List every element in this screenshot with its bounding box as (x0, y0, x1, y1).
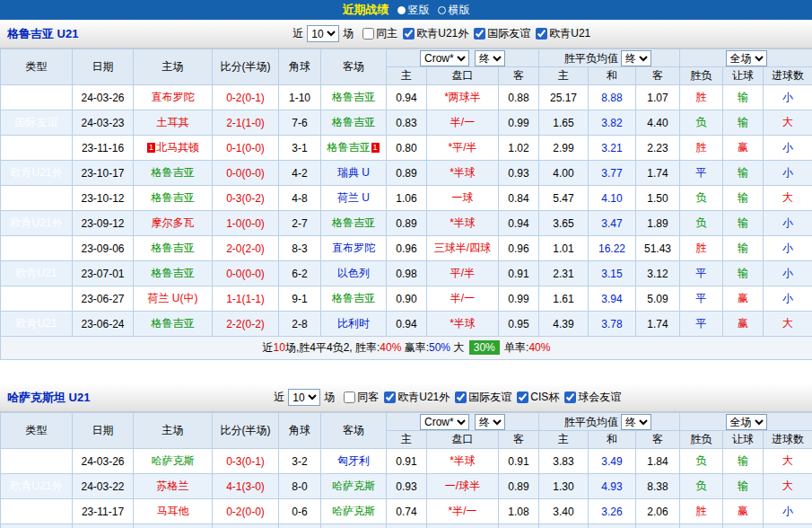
result-goals: 小 (764, 211, 812, 236)
odds-final-select[interactable]: 终 (475, 414, 505, 430)
filter-checkbox[interactable]: 欧青U21外 (384, 390, 450, 405)
checkbox-input[interactable] (344, 392, 355, 403)
result-handicap: 输 (723, 449, 764, 474)
handicap-line: *半球 (427, 161, 499, 186)
checkbox-label: 欧青U21外 (397, 390, 450, 405)
avg-home-odds: 1.01 (539, 236, 589, 261)
corners-score: 0-6 (279, 499, 321, 524)
col-res-goals: 进球数 (764, 431, 812, 449)
match-row: 国际友谊24-03-23土耳其2-1(1-0)7-6格鲁吉亚0.83半/一0.9… (1, 110, 812, 136)
topbar: 近期战绩 竖版 横版 (0, 0, 812, 20)
filter-checkbox[interactable]: 欧青U21外 (403, 26, 468, 41)
match-type: 欧青U21外 (1, 236, 73, 261)
odds-away: 1.02 (499, 136, 539, 161)
match-score: 0-3(0-1) (213, 449, 279, 474)
result-wdl: 负 (680, 449, 723, 474)
home-team: 马耳他 (134, 499, 213, 524)
col-type: 类型 (1, 49, 73, 85)
vertical-radio-label[interactable]: 竖版 (408, 3, 430, 18)
competition-filter-checkboxes: 同客欧青U21外国际友谊CIS杯球会友谊 (338, 390, 621, 406)
avg-away-odds: 1.07 (636, 85, 680, 110)
match-score: 0-2(0-0) (213, 499, 279, 524)
odds-home: 0.74 (387, 499, 427, 524)
match-count-select[interactable]: 10 (288, 389, 320, 406)
checkbox-input[interactable] (474, 28, 485, 40)
away-team: 格鲁吉亚 (321, 110, 387, 136)
filter-checkbox[interactable]: 欧青U21 (536, 26, 590, 41)
radio-unselected-icon[interactable] (438, 6, 446, 14)
home-team: 格鲁吉亚 (134, 312, 213, 337)
team-label: 匈牙利 (337, 454, 370, 467)
result-handicap: 输 (723, 211, 764, 236)
checkbox-input[interactable] (564, 392, 576, 403)
match-count-select[interactable]: 10 (307, 25, 339, 42)
handicap-line: 半/一 (427, 286, 499, 312)
corners-score: 2-7 (279, 211, 321, 236)
wdl-final-select[interactable]: 终 (621, 50, 651, 66)
match-score: 2-1(1-0) (213, 110, 279, 136)
odds-home: 0.91 (387, 449, 427, 474)
checkbox-input[interactable] (384, 392, 396, 403)
checkbox-input[interactable] (403, 28, 415, 40)
match-type: 欧青U21外 (1, 499, 73, 524)
match-type: 欧青U21外 (1, 161, 73, 186)
checkbox-label: CIS杯 (530, 390, 559, 405)
col-odds-away: 客 (499, 431, 539, 449)
filter-checkbox[interactable]: 同客 (344, 390, 379, 405)
scope-select[interactable]: 全场 (726, 414, 767, 430)
checkbox-input[interactable] (455, 392, 467, 403)
avg-draw-odds: 4.10 (589, 186, 636, 211)
team-label: 瑞典 U (337, 166, 370, 179)
avg-away-odds: 4.40 (636, 110, 680, 136)
col-score: 比分(半场) (213, 413, 279, 449)
result-goals: 小 (764, 161, 812, 186)
games-label: 场 (343, 26, 354, 41)
filter-checkbox[interactable]: 球会友谊 (564, 390, 621, 405)
wdl-final-select[interactable]: 终 (621, 414, 651, 430)
bookmaker-select[interactable]: Crow* (420, 50, 469, 66)
summary-segment: 单率: (502, 341, 529, 354)
home-team: 格鲁吉亚 (134, 161, 213, 186)
result-goals: 大 (764, 110, 812, 136)
corners-score: 3-1 (279, 136, 321, 161)
avg-draw-odds: 3.77 (589, 161, 636, 186)
bookmaker-select[interactable]: Crow* (420, 414, 469, 430)
odds-final-select[interactable]: 终 (475, 50, 505, 66)
col-home: 主场 (134, 49, 213, 85)
avg-draw-odds: 3.47 (589, 211, 636, 236)
avg-home-odds: 15.91 (539, 524, 589, 528)
corners-score: 1-10 (279, 85, 321, 110)
horizontal-layout-radio[interactable]: 横版 (438, 3, 470, 18)
filter-checkbox[interactable]: CIS杯 (517, 390, 559, 405)
horizontal-radio-label[interactable]: 横版 (449, 3, 470, 18)
avg-draw-odds: 3.78 (589, 312, 636, 337)
away-team: 格鲁吉亚 (321, 85, 387, 110)
summary-segment: 赢率: (401, 341, 429, 354)
col-avg-draw: 和 (589, 431, 636, 449)
team-label: 土耳其 (157, 116, 189, 128)
radio-selected-icon[interactable] (397, 6, 406, 14)
avg-draw-odds: 3.49 (589, 449, 636, 474)
team-label: 格鲁吉亚 (152, 317, 195, 330)
team-label: 直布罗陀 (332, 242, 375, 254)
result-goals: 大 (764, 186, 812, 211)
page-title: 近期战绩 (343, 2, 389, 18)
avg-draw-odds: 3.26 (589, 499, 636, 524)
avg-away-odds: 8.38 (636, 474, 680, 499)
scope-select[interactable]: 全场 (726, 50, 767, 66)
vertical-layout-radio[interactable]: 竖版 (397, 3, 430, 18)
checkbox-label: 国际友谊 (468, 390, 511, 405)
filter-checkbox[interactable]: 国际友谊 (455, 390, 511, 405)
team-label: 格鲁吉亚 (152, 267, 195, 279)
odds-home: 0.98 (387, 261, 427, 286)
team-label: 直布罗陀 (152, 91, 195, 103)
games-label: 场 (324, 390, 335, 405)
match-date: 23-06-27 (73, 286, 134, 312)
checkbox-input[interactable] (517, 392, 528, 403)
odds-home: 0.85 (387, 524, 427, 528)
filter-checkbox[interactable]: 同主 (362, 26, 397, 41)
checkbox-input[interactable] (536, 28, 547, 40)
corners-score: 3-2 (279, 449, 321, 474)
filter-checkbox[interactable]: 国际友谊 (474, 26, 530, 41)
checkbox-input[interactable] (362, 28, 374, 40)
